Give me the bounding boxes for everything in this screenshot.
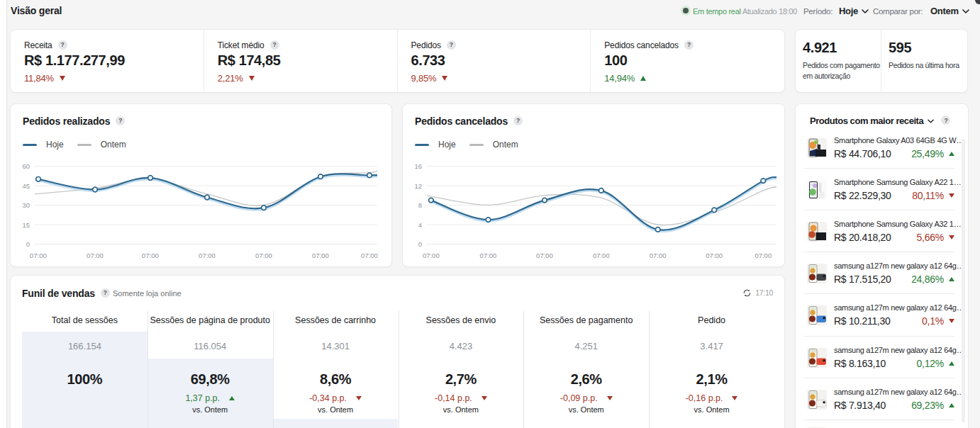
svg-text:15: 15 (22, 221, 30, 229)
svg-text:07:00: 07:00 (199, 252, 216, 259)
svg-text:07:00: 07:00 (255, 252, 272, 259)
svg-text:16: 16 (414, 162, 422, 170)
svg-text:45: 45 (22, 182, 30, 190)
svg-text:07:00: 07:00 (312, 252, 329, 259)
svg-text:07:00: 07:00 (480, 252, 497, 259)
svg-text:0: 0 (418, 240, 422, 248)
svg-text:07:00: 07:00 (755, 252, 772, 259)
svg-text:07:00: 07:00 (650, 252, 667, 259)
svg-text:07:00: 07:00 (361, 252, 378, 259)
svg-text:30: 30 (22, 201, 30, 209)
svg-text:07:00: 07:00 (87, 252, 104, 259)
svg-text:07:00: 07:00 (30, 252, 47, 259)
svg-text:07:00: 07:00 (593, 252, 610, 259)
svg-text:60: 60 (22, 162, 30, 170)
svg-text:8: 8 (418, 201, 422, 209)
svg-text:0: 0 (26, 240, 30, 248)
svg-text:12: 12 (414, 182, 422, 190)
svg-text:07:00: 07:00 (423, 252, 440, 259)
svg-text:07:00: 07:00 (706, 252, 723, 259)
svg-text:07:00: 07:00 (536, 252, 553, 259)
svg-text:07:00: 07:00 (142, 252, 159, 259)
svg-text:4: 4 (418, 221, 422, 229)
